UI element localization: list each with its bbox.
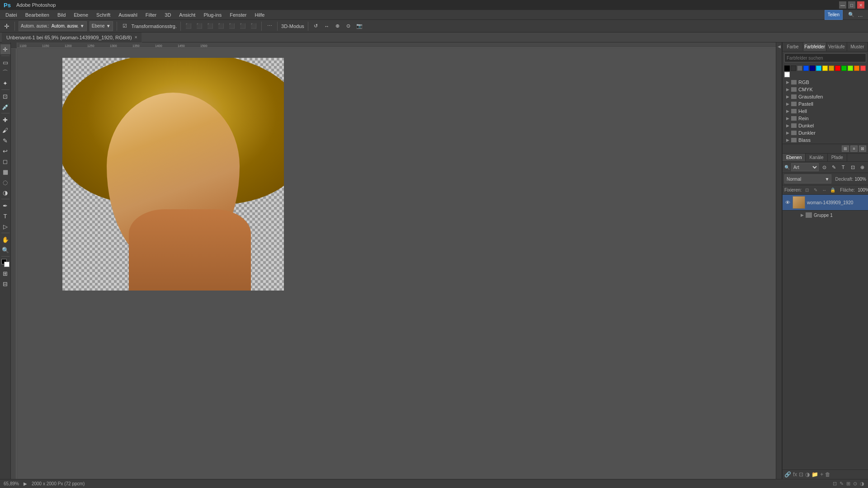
3d-zoom-icon[interactable]: ⊕ <box>334 22 342 30</box>
tab-farbfelder[interactable]: Farbfelder <box>803 42 826 51</box>
window-controls[interactable]: — □ ✕ <box>839 1 864 9</box>
selection-tool[interactable]: ▭ <box>0 57 10 67</box>
transform-checkbox[interactable]: ☑ <box>121 22 129 30</box>
status-icon-5[interactable]: ◑ <box>860 481 864 487</box>
swatch-navy[interactable] <box>810 66 815 71</box>
heal-tool[interactable]: ✚ <box>0 115 10 125</box>
3d-pan-icon[interactable]: ↔ <box>323 22 331 30</box>
tab-ebenen[interactable]: Ebenen <box>783 154 806 161</box>
lock-artboard-btn[interactable]: ↔ <box>821 186 828 193</box>
menu-3d[interactable]: 3D <box>161 11 175 19</box>
swatch-lightred[interactable] <box>860 66 866 71</box>
history-tool[interactable]: ↩ <box>0 146 10 156</box>
stamp-tool[interactable]: ✎ <box>0 136 10 145</box>
swatch-black[interactable] <box>784 66 790 71</box>
teilen-button[interactable]: Teilen <box>825 10 843 20</box>
tab-kanaele[interactable]: Kanäle <box>806 154 827 161</box>
minimize-button[interactable]: — <box>839 1 846 9</box>
swatch-yellow[interactable] <box>822 66 828 71</box>
swatch-orange[interactable] <box>854 66 859 71</box>
canvas-area[interactable] <box>17 49 776 479</box>
color-group-pastell[interactable]: ▶ Pastell <box>783 100 868 108</box>
swatch-gray[interactable] <box>797 66 802 71</box>
layer-group-item[interactable]: 👁 ▶ Gruppe 1 <box>783 211 868 220</box>
tab-pfade[interactable]: Pfade <box>828 154 847 161</box>
panel-list-icon[interactable]: ≡ <box>850 145 858 152</box>
align-top-icon[interactable]: ⬛ <box>217 22 225 30</box>
lock-all-btn[interactable]: 🔒 <box>829 186 836 193</box>
pen-tool[interactable]: ✒ <box>0 201 10 211</box>
3d-extra-icon[interactable]: ⊙ <box>344 22 353 30</box>
eraser-tool[interactable]: ◻ <box>0 156 10 166</box>
tab-muster[interactable]: Muster <box>847 42 868 51</box>
menu-auswahl[interactable]: Auswahl <box>115 11 141 19</box>
swatch-white[interactable] <box>784 72 790 77</box>
color-group-dunkel[interactable]: ▶ Dunkel <box>783 122 868 129</box>
align-bottom-icon[interactable]: ⬛ <box>239 22 247 30</box>
menu-fenster[interactable]: Fenster <box>226 11 250 19</box>
swatch-darkgray[interactable] <box>791 66 796 71</box>
swatch-blue[interactable] <box>803 66 809 71</box>
layer-filter-btn-3[interactable]: T <box>839 163 847 171</box>
magic-wand-tool[interactable]: ✦ <box>0 78 10 88</box>
close-button[interactable]: ✕ <box>857 1 864 9</box>
autom-dropdown[interactable]: Autom. ausw.: Autom. ausw. ▼ <box>19 21 87 31</box>
status-icon-4[interactable]: ⊙ <box>853 481 857 487</box>
extra-tools[interactable]: ⊞ <box>0 268 10 278</box>
burn-tool[interactable]: ◑ <box>0 188 10 197</box>
swatch-green[interactable] <box>841 66 847 71</box>
distribute-icon[interactable]: ⬛ <box>250 22 258 30</box>
color-group-graustufen[interactable]: ▶ Graustufen <box>783 93 868 100</box>
swatch-red[interactable] <box>835 66 840 71</box>
layer-adj-btn[interactable]: ◑ <box>805 471 810 478</box>
layer-visibility-eye[interactable]: 👁 <box>784 199 791 206</box>
foreground-color[interactable] <box>0 258 10 268</box>
maximize-button[interactable]: □ <box>848 1 855 9</box>
status-icon-2[interactable]: ✎ <box>840 481 844 487</box>
group-visibility-eye[interactable]: 👁 <box>793 212 799 218</box>
brush-tool[interactable]: 🖌 <box>0 125 10 135</box>
layer-delete-btn[interactable]: 🗑 <box>825 471 830 478</box>
align-right-icon[interactable]: ⬛ <box>206 22 214 30</box>
menu-filter[interactable]: Filter <box>142 11 160 19</box>
menu-datei[interactable]: Datei <box>2 11 21 19</box>
layer-filter-btn-1[interactable]: ⊙ <box>820 163 828 171</box>
layer-new-btn[interactable]: + <box>820 471 823 478</box>
group-expand-icon[interactable]: ▶ <box>801 213 804 217</box>
opacity-value[interactable]: 100% <box>854 177 866 182</box>
status-icon-1[interactable]: ⊡ <box>833 481 837 487</box>
hand-tool[interactable]: ✋ <box>0 235 10 244</box>
layer-filter-btn-2[interactable]: ✎ <box>830 163 838 171</box>
swatch-darkyellow[interactable] <box>829 66 834 71</box>
3d-rot-icon[interactable]: ↺ <box>312 22 320 30</box>
menu-ansicht[interactable]: Ansicht <box>175 11 199 19</box>
tab-close-button[interactable]: × <box>135 35 137 40</box>
blur-tool[interactable]: ◌ <box>0 177 10 187</box>
menu-schrift[interactable]: Schrift <box>93 11 114 19</box>
layer-item-photo[interactable]: 👁 woman-1439909_1920 <box>783 195 868 211</box>
extra-tools-2[interactable]: ⊟ <box>0 279 10 289</box>
panel-grid-icon[interactable]: ⊞ <box>842 145 849 152</box>
ebene-dropdown[interactable]: Ebene ▼ <box>90 21 113 31</box>
color-group-blass[interactable]: ▶ Blass <box>783 136 868 144</box>
menu-hilfe[interactable]: Hilfe <box>251 11 268 19</box>
swatch-cyan[interactable] <box>816 66 821 71</box>
eyedropper-tool[interactable]: 💉 <box>0 102 10 112</box>
menu-plugins[interactable]: Plug-ins <box>200 11 225 19</box>
color-group-cmyk[interactable]: ▶ CMYK <box>783 86 868 93</box>
options-icon[interactable]: … <box>856 11 864 19</box>
blend-mode-select[interactable]: Normal ▼ <box>784 174 831 183</box>
lock-position-btn[interactable]: ✎ <box>812 186 819 193</box>
layer-type-filter[interactable]: Art <box>791 163 819 171</box>
flaehe-value[interactable]: 100% <box>858 188 868 192</box>
layer-mask-btn[interactable]: ⊡ <box>799 471 803 478</box>
move-tool[interactable]: ✛ <box>0 44 10 54</box>
align-left-icon[interactable]: ⬛ <box>184 22 193 30</box>
color-search-input[interactable] <box>784 53 866 62</box>
align-center-icon[interactable]: ⬛ <box>195 22 203 30</box>
align-middle-icon[interactable]: ⬛ <box>228 22 236 30</box>
lasso-tool[interactable]: ⌒ <box>0 68 10 78</box>
layer-filter-btn-5[interactable]: ⊕ <box>858 163 866 171</box>
tab-verlaeufe[interactable]: Verläufe <box>826 42 847 51</box>
zoom-tool[interactable]: 🔍 <box>0 245 10 255</box>
